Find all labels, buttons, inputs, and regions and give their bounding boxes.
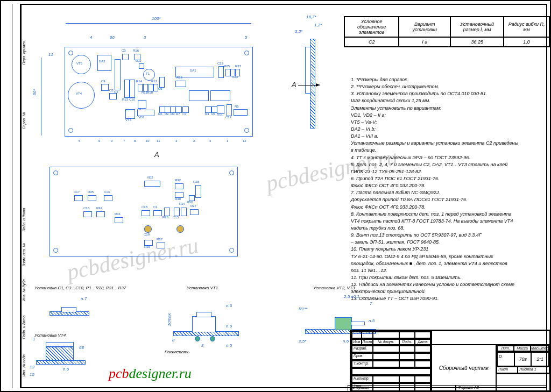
tb-mass: 70г [514,352,532,366]
tb-role: Пров. [352,353,373,360]
tb-col: Подп. [399,339,415,345]
note-ref: п.6 [226,324,232,329]
callout: 2 [144,35,146,40]
spine-border [4,4,20,388]
spine-label: Перв. примен. [22,22,26,65]
component [122,54,129,60]
kopir: Копировал [348,385,456,391]
component: VT5 [72,55,91,74]
detail-vt4: 1 68 13 15 п.6 [36,342,101,380]
callout: 4 [90,35,92,40]
component [109,93,117,99]
component [130,80,135,98]
note-line: – эмаль ЭП-51, желтая, ГОСТ 9640-85. [351,239,536,245]
tb-col: Дата [415,339,430,345]
spine-label: Справ. № [22,87,26,130]
tb-role: Разраб. [352,346,373,352]
tb-scale: 2:1 [531,352,549,366]
callout: 13 [30,365,34,369]
note-line: VT4 покрыть пастой КПТ-8 ГОСТ 19783-74. … [351,218,536,224]
terminal: 7 [123,139,125,142]
td-ref: C2 [344,37,399,47]
technical-notes: 1. *Размеры для справок. 2. **Размеры об… [351,76,536,303]
detail-label: Установка VT2, VT3 [313,286,355,290]
dim-value: 50* [32,89,37,95]
main-view: 100* 50* 4 66 2 5 11 VT5 VT4 DA2 C2 [39,25,262,144]
callout: 8 [172,338,174,343]
terminal: 11 [157,139,160,142]
note-ref: п.7 [81,296,87,301]
component [124,80,130,98]
dim-value: 10max [167,313,172,326]
footer-strip: Копировал Формат A2 [348,385,547,391]
th-r: Радиус гибки R, мм [504,17,549,37]
detail-label: Установка VT1 [187,286,218,290]
td-var: I a [399,37,450,47]
tb-sheets: Листов 1 [518,367,549,373]
note-line: DA1 – VIII a. [351,133,536,139]
tb-sheet: Лист [497,367,518,373]
section-letter: А [154,151,159,159]
callout: 11 [48,52,53,57]
format: Формат A2 [456,385,547,391]
dim-line [41,58,41,136]
terminal: 4 [209,139,211,142]
note-line: 12. Надписи на элементах нанесены условн… [351,281,536,288]
detail-vt1: 10max п.6 п.6 п.5 8 3 Расклепать [163,296,254,355]
title-block: Изм Лист № докум. Подп. Дата Разраб. Про… [350,330,550,391]
terminal: 3 [175,139,177,142]
note-line: в таблице. [351,147,536,153]
terminal: 5 [79,139,80,142]
note-line: DA2 – VI b; [351,126,536,132]
note-line: VT5 – Va-V; [351,119,536,125]
terminal: 10 [146,139,150,142]
note-line: электрической принципиальной. [351,288,536,295]
th-dim: Установочный размер l, мм [450,17,504,37]
dim-value: 2,5* [299,339,306,344]
td-dim: 36,25 [450,37,504,47]
tb-col: № докум. [373,339,399,345]
terminal: 2 [193,139,195,142]
note-line: Флюс ФКСп ОСТ 4Г0.033.200-78. [351,204,536,210]
td-r: 1,0 [504,37,549,47]
callout: 7 [370,301,372,306]
section-letter: А [292,81,320,89]
note-line: 6. Припой Т2А ПОС 61 ГОСТ 21931-76. [351,175,536,182]
note-line: Установочные размеры и варианты установк… [351,140,536,146]
note-line: 3. Установку элементов производить по ОС… [351,90,536,97]
note-line: 4. ТТ к монтажу навесных ЭРЭ – по ГОСТ 2… [351,154,536,161]
note-line: 2. **Размеры обеспеч. инструментом. [351,83,536,90]
hole-icon [68,128,73,133]
note-line: 9. Винт поз.13 стопорить по ОСТ 5Р.9307-… [351,232,536,238]
spine-label: Инв. № подп. [22,334,26,377]
note-line: Флюс ФКСп ОСТ 4Г0.033.200-78. [351,182,536,189]
watermark-footer: pcbdesigner.ru [109,366,192,382]
dim-value: R1** [299,307,307,311]
note-ref: п.5 [369,318,375,323]
drawing-title: Сборочный чертеж [432,345,496,391]
pcb-outline: VT5 VT4 DA2 C2 C9 C8 C3 R16 R13 C10 T1 [65,47,253,137]
component [97,55,111,71]
dim-value: 100* [152,16,160,21]
terminal: 8 [134,139,136,142]
note-line: надеть трубки поз. 68. [351,225,536,231]
th-ref: Условное обозначение элементов [344,17,399,37]
terminal: 9 [111,139,112,142]
component [115,59,121,90]
hole-icon [68,51,73,55]
detail-label: Установка C1, C3…C18, R1…R28, R31…R37 [34,286,126,290]
dim-value: 2,5 ±0,1 [344,294,359,299]
hole-icon [244,128,249,133]
section-view: 16,7* 1,2* 3,2* [298,23,328,133]
component [139,63,144,69]
label: Расклепать [165,350,189,354]
component [101,84,109,91]
note-line: ТУ 6-21-14-90. ОМ2-9 4 по РД 5Р.95046-89… [351,253,536,260]
spine-label: Подп. и дата [22,296,26,339]
note-line: 5. Дет. поз. 2, 4, 7 и элементы C2, DA2,… [351,161,536,168]
tb-role: Т.контр. [352,361,373,367]
tb-col: Изм [352,339,362,345]
note-line: 7. Паста паяльная Indium NC-SMQ92J. [351,189,536,196]
th-var: Вариант установки [399,17,450,37]
detail-label: Установка VT4 [34,333,66,338]
